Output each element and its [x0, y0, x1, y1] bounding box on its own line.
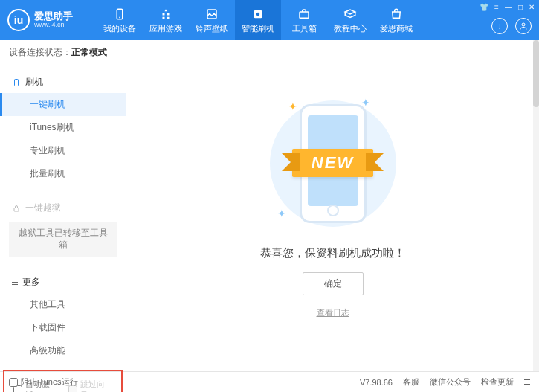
version-label: V7.98.66 [360, 378, 393, 387]
main-panel: ✦ ✦ ✦ NEW 恭喜您，保资料刷机成功啦！ 确定 查看日志 [126, 40, 539, 371]
success-message: 恭喜您，保资料刷机成功啦！ [260, 246, 405, 260]
support-link[interactable]: 客服 [403, 376, 419, 388]
sidebar-item-oneclick[interactable]: 一键刷机 [0, 93, 126, 116]
nav-toolbox[interactable]: 工具箱 [281, 0, 327, 40]
device-icon [112, 7, 127, 22]
section-label: 更多 [22, 276, 40, 289]
sidebar: 设备连接状态：正常模式 刷机 一键刷机 iTunes刷机 专业刷机 批量刷机 一… [0, 40, 126, 371]
jailbreak-note: 越狱工具已转移至工具箱 [9, 222, 117, 257]
new-ribbon: NEW [292, 149, 373, 177]
maximize-icon[interactable]: □ [518, 3, 523, 11]
cb-label: 阻止iTunes运行 [21, 376, 78, 388]
store-icon [389, 7, 404, 22]
list-icon [12, 280, 18, 286]
menu-icon[interactable] [524, 379, 530, 385]
close-icon[interactable]: ✕ [529, 3, 535, 11]
section-jailbreak: 一键越狱 [0, 197, 126, 219]
sidebar-item-itunes[interactable]: iTunes刷机 [0, 116, 126, 139]
top-nav: 我的设备 应用游戏 铃声壁纸 智能刷机 工具箱 教程中心 爱思商城 [97, 0, 419, 40]
flash-icon [251, 7, 265, 22]
nav-label: 应用游戏 [149, 23, 182, 34]
sidebar-item-other[interactable]: 其他工具 [0, 293, 126, 316]
ringtone-icon [204, 7, 219, 22]
scrollbar-thumb[interactable] [533, 40, 539, 107]
tutorial-icon [343, 7, 358, 22]
svg-rect-8 [14, 208, 19, 211]
lock-icon [12, 204, 21, 213]
sidebar-item-pro[interactable]: 专业刷机 [0, 139, 126, 162]
user-button[interactable] [515, 18, 532, 34]
sparkle-icon: ✦ [277, 208, 286, 219]
svg-point-4 [256, 12, 260, 16]
apps-icon [158, 7, 173, 22]
nav-label: 铃声壁纸 [196, 23, 228, 34]
status-label: 设备连接状态： [9, 47, 71, 57]
logo[interactable]: iu 爱思助手 www.i4.cn [7, 9, 97, 31]
svg-rect-5 [300, 12, 309, 18]
svg-rect-7 [15, 79, 19, 86]
toolbox-icon [297, 7, 312, 22]
titlebar: iu 爱思助手 www.i4.cn 我的设备 应用游戏 铃声壁纸 智能刷机 工具… [0, 0, 539, 40]
scrollbar[interactable] [533, 40, 539, 371]
section-label: 刷机 [25, 76, 43, 89]
app-url: www.i4.cn [34, 22, 73, 29]
sidebar-item-batch[interactable]: 批量刷机 [0, 162, 126, 185]
phone-icon [12, 78, 21, 87]
success-illustration: ✦ ✦ ✦ NEW [266, 93, 400, 234]
sparkle-icon: ✦ [288, 100, 297, 112]
download-button[interactable]: ↓ [491, 18, 508, 34]
nav-my-device[interactable]: 我的设备 [97, 0, 143, 40]
nav-tutorials[interactable]: 教程中心 [327, 0, 373, 40]
nav-label: 教程中心 [334, 23, 367, 34]
nav-label: 智能刷机 [242, 23, 274, 34]
nav-ringtone-wallpaper[interactable]: 铃声壁纸 [189, 0, 235, 40]
logo-icon: iu [7, 9, 30, 31]
sidebar-item-advanced[interactable]: 高级功能 [0, 339, 126, 362]
header-right: ↓ [491, 18, 532, 34]
app-title: 爱思助手 [34, 11, 73, 22]
minimize-icon[interactable]: — [505, 3, 512, 11]
ok-button[interactable]: 确定 [303, 272, 364, 295]
section-more[interactable]: 更多 [0, 271, 126, 293]
nav-apps-games[interactable]: 应用游戏 [143, 0, 189, 40]
nav-smart-flash[interactable]: 智能刷机 [235, 0, 281, 40]
section-label: 一键越狱 [25, 202, 61, 214]
window-controls: 👕 ≡ — □ ✕ [480, 3, 535, 11]
menu-icon[interactable]: ≡ [494, 3, 499, 11]
sidebar-item-firmware[interactable]: 下载固件 [0, 316, 126, 339]
nav-label: 爱思商城 [380, 23, 413, 34]
status-value: 正常模式 [71, 47, 107, 57]
section-flash[interactable]: 刷机 [0, 71, 126, 93]
update-link[interactable]: 检查更新 [481, 376, 514, 388]
connection-status: 设备连接状态：正常模式 [0, 40, 126, 65]
cb-label: 跳过向导 [80, 379, 113, 392]
view-log-link[interactable]: 查看日志 [317, 307, 349, 318]
svg-point-6 [522, 23, 525, 26]
nav-label: 我的设备 [103, 23, 136, 34]
block-itunes-checkbox[interactable]: 阻止iTunes运行 [9, 376, 78, 388]
wechat-link[interactable]: 微信公众号 [430, 376, 471, 388]
skin-icon[interactable]: 👕 [480, 3, 488, 11]
body: 设备连接状态：正常模式 刷机 一键刷机 iTunes刷机 专业刷机 批量刷机 一… [0, 40, 539, 371]
nav-store[interactable]: 爱思商城 [373, 0, 419, 40]
nav-label: 工具箱 [292, 23, 317, 34]
